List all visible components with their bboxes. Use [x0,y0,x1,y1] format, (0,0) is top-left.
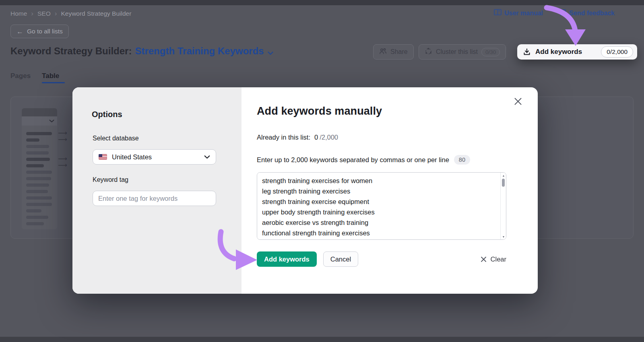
database-select[interactable]: United States [93,149,216,165]
share-people-icon [379,47,387,56]
skeleton-bar [26,164,44,167]
add-keywords-label: Add keywords [535,48,582,56]
skeleton-select-row [22,117,57,126]
send-feedback-link[interactable]: Send feedback [559,9,615,17]
user-manual-label: User manual [504,10,543,17]
cancel-button[interactable]: Cancel [323,251,358,267]
chevron-down-icon [49,119,54,123]
select-database-label: Select database [93,135,139,142]
clear-x-icon [481,256,487,262]
skeleton-row [26,145,71,148]
scrollbar-thumb[interactable] [502,179,505,187]
keyword-tag-label: Keyword tag [93,176,128,183]
modal-heading: Add keywords manually [257,105,382,117]
skeleton-row [26,177,71,180]
skeleton-bar [26,171,52,174]
skeleton-rows: ⟶⟶⟶⟶ [26,132,71,229]
keywords-textarea-wrap: ▲ ▼ [257,172,506,240]
cluster-list-button[interactable]: Cluster this list 0/30 [419,44,506,60]
skeleton-row: ⟶ [26,164,71,167]
cluster-icon [425,47,432,57]
database-selected-value: United States [112,153,152,161]
keyword-count-badge: 80 [454,155,470,165]
skeleton-bar [26,132,52,135]
skeleton-bar [26,145,49,148]
close-icon[interactable] [513,96,523,107]
view-tabs: Pages Table [10,72,59,80]
clear-button[interactable]: Clear [481,255,506,263]
page-title: Keyword Strategy Builder: Strength Train… [10,44,273,58]
send-feedback-label: Send feedback [569,10,615,17]
chevron-down-icon[interactable] [268,46,273,58]
share-button[interactable]: Share [373,44,414,60]
share-label: Share [390,48,408,56]
scroll-down-icon[interactable]: ▼ [501,234,506,239]
skeleton-row [26,171,71,174]
keyword-tag-input[interactable] [93,191,216,206]
textarea-scrollbar[interactable]: ▲ ▼ [500,173,506,239]
skeleton-bar [26,203,52,206]
back-arrow-icon: ← [17,28,23,35]
download-icon [523,48,531,56]
breadcrumb-separator-icon: › [31,10,33,17]
keywords-hint: Enter up to 2,000 keywords separated by … [257,156,449,164]
bottom-window-strip [0,337,644,342]
list-name-dropdown[interactable]: Strength Training Keywords [135,45,264,57]
scroll-up-icon[interactable]: ▲ [501,173,506,178]
app-screen: Home › SEO › Keyword Strategy Builder Us… [0,0,644,342]
add-keywords-modal: Options Select database United States Ke… [72,87,538,294]
options-heading: Options [92,110,122,119]
skeleton-row: ⟶ [26,158,71,161]
skeleton-bar [26,183,49,187]
us-flag-icon [99,154,107,160]
go-to-all-lists-button[interactable]: ← Go to all lists [10,25,69,38]
already-limit: /2,000 [320,134,338,141]
purple-arrow-head [565,29,586,46]
tab-pages[interactable]: Pages [10,72,31,80]
breadcrumb-current: Keyword Strategy Builder [61,10,131,17]
already-in-list-label: Already in this list: [257,134,310,141]
chevron-down-icon [204,155,210,159]
skeleton-bar [26,222,44,225]
skeleton-bar [26,151,49,155]
modal-add-keywords-button[interactable]: Add keywords [257,251,317,267]
skeleton-arrow-icon: ⟶ [58,136,67,144]
book-icon [494,9,502,17]
loading-skeleton: ⟶⟶⟶⟶ [22,108,71,229]
skeleton-bar [26,190,48,193]
skeleton-row [26,216,71,219]
skeleton-bar [26,216,48,219]
clear-label: Clear [491,255,506,263]
go-to-all-lists-label: Go to all lists [27,28,63,35]
feedback-bubble-icon [559,9,566,17]
skeleton-row [26,209,71,212]
skeleton-row [26,151,71,155]
skeleton-bar [26,196,52,200]
skeleton-arrow-icon: ⟶ [58,161,67,170]
skeleton-bar [26,209,41,212]
skeleton-bar [26,158,50,161]
header-links: User manual Send feedback [494,9,615,17]
skeleton-row [26,183,71,187]
add-keywords-count-badge: 0/2,000 [601,46,633,58]
skeleton-bar [26,177,51,180]
skeleton-row [26,203,71,206]
cluster-count-badge: 0/30 [481,48,500,56]
skeleton-row: ⟶ [26,132,71,135]
breadcrumb-separator-icon: › [55,10,57,17]
skeleton-panel-header [22,108,57,116]
keywords-textarea[interactable] [257,172,506,240]
already-in-list: Already in this list: 0 /2,000 [257,134,338,141]
skeleton-row: ⟶ [26,138,71,142]
skeleton-row [26,190,71,193]
breadcrumb: Home › SEO › Keyword Strategy Builder [10,10,131,17]
top-window-strip [0,0,644,5]
tab-table[interactable]: Table [42,72,59,80]
modal-actions: Add keywords Cancel Clear [257,251,506,267]
active-tab-underline [42,82,65,83]
breadcrumb-home[interactable]: Home [10,10,27,17]
breadcrumb-seo[interactable]: SEO [37,10,51,17]
add-keywords-button[interactable]: Add keywords 0/2,000 [517,44,637,60]
skeleton-row [26,222,71,225]
user-manual-link[interactable]: User manual [494,9,543,17]
